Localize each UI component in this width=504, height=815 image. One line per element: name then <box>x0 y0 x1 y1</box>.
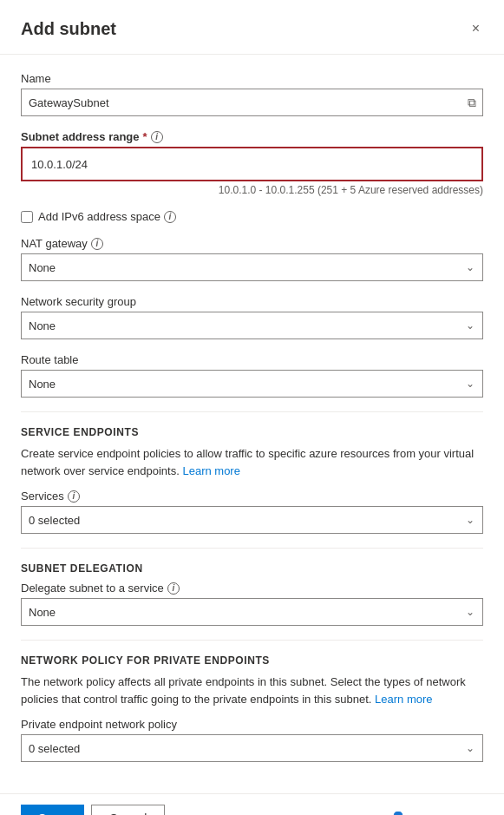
panel-footer: Save Cancel 👤 Give feedback <box>0 793 504 815</box>
subnet-delegation-section: SUBNET DELEGATION Delegate subnet to a s… <box>21 562 483 626</box>
copy-icon[interactable]: ⧉ <box>468 95 476 110</box>
services-select[interactable]: 0 selected <box>21 506 483 534</box>
feedback-icon: 👤 <box>389 811 407 816</box>
service-endpoints-learn-more[interactable]: Learn more <box>182 464 239 477</box>
route-table-field-group: Route table None ⌄ <box>21 353 483 398</box>
nat-gateway-select-wrapper: None ⌄ <box>21 253 483 281</box>
network-policy-section: NETWORK POLICY FOR PRIVATE ENDPOINTS The… <box>21 654 483 762</box>
network-policy-heading: NETWORK POLICY FOR PRIVATE ENDPOINTS <box>21 654 483 667</box>
private-endpoint-policy-select[interactable]: 0 selected <box>21 734 483 762</box>
delegate-subnet-field-group: Delegate subnet to a service i None ⌄ <box>21 582 483 626</box>
network-security-group-select[interactable]: None <box>21 312 483 339</box>
subnet-address-input[interactable] <box>24 150 480 178</box>
nat-gateway-label: NAT gateway i <box>21 237 483 250</box>
add-subnet-panel: Add subnet × Name ⧉ Subnet address range… <box>0 0 504 815</box>
service-endpoints-heading: SERVICE ENDPOINTS <box>21 426 483 438</box>
close-icon: × <box>472 21 480 36</box>
subnet-address-input-wrapper <box>21 147 483 181</box>
services-info-icon[interactable]: i <box>68 490 80 503</box>
subnet-delegation-heading: SUBNET DELEGATION <box>21 562 483 575</box>
route-table-select[interactable]: None <box>21 370 483 398</box>
feedback-label: Give feedback <box>411 812 483 816</box>
name-field-group: Name ⧉ <box>21 72 483 116</box>
delegate-subnet-select-wrapper: None ⌄ <box>21 598 483 626</box>
network-security-group-label: Network security group <box>21 295 483 308</box>
save-button[interactable]: Save <box>21 805 84 815</box>
nat-gateway-info-icon[interactable]: i <box>91 238 103 250</box>
network-security-group-select-wrapper: None ⌄ <box>21 312 483 339</box>
nat-gateway-select[interactable]: None <box>21 253 483 281</box>
service-endpoints-section: SERVICE ENDPOINTS Create service endpoin… <box>21 426 483 534</box>
services-label: Services i <box>21 490 483 503</box>
network-security-group-field-group: Network security group None ⌄ <box>21 295 483 339</box>
name-label: Name <box>21 72 483 85</box>
private-endpoint-policy-field-group: Private endpoint network policy 0 select… <box>21 718 483 762</box>
private-endpoint-policy-select-wrapper: 0 selected ⌄ <box>21 734 483 762</box>
give-feedback-button[interactable]: 👤 Give feedback <box>389 811 483 816</box>
subnet-address-info-icon[interactable]: i <box>151 131 163 143</box>
name-input[interactable] <box>21 89 483 116</box>
private-endpoint-policy-label: Private endpoint network policy <box>21 718 483 731</box>
panel-title: Add subnet <box>21 19 116 39</box>
route-table-label: Route table <box>21 353 483 366</box>
services-select-wrapper: 0 selected ⌄ <box>21 506 483 534</box>
ipv6-info-icon[interactable]: i <box>164 211 176 223</box>
name-input-wrapper: ⧉ <box>21 89 483 116</box>
divider-1 <box>21 411 483 412</box>
required-star: * <box>143 130 147 143</box>
delegate-subnet-label: Delegate subnet to a service i <box>21 582 483 595</box>
subnet-address-range-field-group: Subnet address range * i 10.0.1.0 - 10.0… <box>21 130 483 196</box>
ipv6-label: Add IPv6 address space i <box>38 210 176 223</box>
divider-3 <box>21 640 483 641</box>
delegate-subnet-info-icon[interactable]: i <box>167 582 180 595</box>
route-table-select-wrapper: None ⌄ <box>21 370 483 398</box>
close-button[interactable]: × <box>468 17 483 40</box>
panel-header: Add subnet × <box>0 0 504 55</box>
cancel-button[interactable]: Cancel <box>91 805 166 815</box>
address-hint: 10.0.1.0 - 10.0.1.255 (251 + 5 Azure res… <box>21 184 483 196</box>
divider-2 <box>21 548 483 549</box>
service-endpoints-description: Create service endpoint policies to allo… <box>21 445 483 479</box>
ipv6-checkbox[interactable] <box>21 211 33 223</box>
network-policy-description: The network policy affects all private e… <box>21 674 483 707</box>
services-field-group: Services i 0 selected ⌄ <box>21 490 483 534</box>
panel-body: Name ⧉ Subnet address range * i 10.0.1.0… <box>0 55 504 793</box>
nat-gateway-field-group: NAT gateway i None ⌄ <box>21 237 483 281</box>
ipv6-checkbox-row: Add IPv6 address space i <box>21 210 483 223</box>
footer-actions: Save Cancel <box>21 805 165 815</box>
delegate-subnet-select[interactable]: None <box>21 598 483 626</box>
network-policy-learn-more[interactable]: Learn more <box>375 693 432 706</box>
subnet-address-range-label: Subnet address range * i <box>21 130 483 143</box>
